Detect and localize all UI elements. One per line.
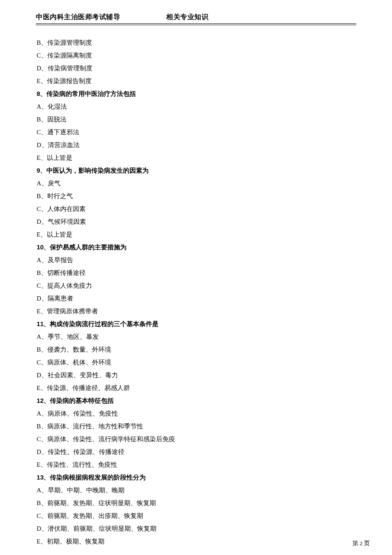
option-line: E、传染源报告制度 [37, 75, 356, 87]
option-line: E、初期、极期、恢复期 [37, 535, 356, 548]
content: B、传染源管理制度 C、传染源隔离制度 D、传染病管理制度 E、传染源报告制度 … [36, 36, 356, 548]
header-right: 相关专业知识 [166, 13, 208, 22]
option-line: A、病原体、传染性、免疫性 [37, 407, 356, 420]
option-line: C、病原体、传染性、流行病学特征和感染后免疫 [37, 433, 356, 445]
option-line: A、化湿法 [37, 100, 356, 113]
option-line: B、时行之气 [37, 190, 356, 202]
option-line: B、传染源管理制度 [37, 36, 356, 49]
option-line: B、前驱期、发热期、症状明显期、恢复期 [37, 497, 356, 509]
option-line: E、传染性、流行性、免疫性 [37, 458, 356, 471]
option-line: D、传染病管理制度 [37, 62, 356, 75]
option-line: C、人体内在因素 [37, 202, 356, 215]
option-line: B、切断传播途径 [37, 266, 356, 279]
option-line: C、传染源隔离制度 [37, 49, 356, 62]
option-line: A、及早报告 [37, 254, 356, 266]
question-stem: 12、传染病的基本特征包括 [37, 394, 356, 407]
question-stem: 10、保护易感人群的主要措施为 [37, 241, 356, 254]
option-line: B、固脱法 [37, 113, 356, 126]
option-line: D、清营凉血法 [37, 139, 356, 151]
option-line: D、潜伏期、前驱期、症状明显期、恢复期 [37, 522, 356, 535]
page-number: 第 2 页 [352, 540, 370, 547]
option-line: A、早期、中期、中晚期、晚期 [37, 484, 356, 497]
question-stem: 8、传染病的常用中医治疗方法包括 [37, 87, 356, 100]
option-line: A、季节、地区、暴发 [37, 330, 356, 343]
header-rule-1 [36, 23, 356, 24]
option-line: C、病原体、机体、外环境 [37, 356, 356, 369]
option-line: E、以上皆是 [37, 151, 356, 164]
option-line: C、通下逐邪法 [37, 126, 356, 139]
option-line: E、以上皆是 [37, 228, 356, 241]
header-rule-2 [36, 25, 356, 25]
option-line: A、戾气 [37, 177, 356, 190]
question-stem: 9、中医认为，影响传染病发生的因素为 [37, 164, 356, 177]
option-line: D、气候环境因素 [37, 215, 356, 228]
page: 中医内科主治医师考试辅导 相关专业知识 B、传染源管理制度 C、传染源隔离制度 … [0, 0, 392, 555]
page-header: 中医内科主治医师考试辅导 相关专业知识 [36, 13, 356, 23]
question-stem: 11、构成传染病流行过程的三个基本条件是 [37, 318, 356, 330]
option-line: C、前驱期、发热期、出疹期、恢复期 [37, 509, 356, 522]
option-line: D、社会因素、变异性、毒力 [37, 369, 356, 382]
option-line: B、侵袭力、数量、外环境 [37, 343, 356, 356]
option-line: E、传染源、传播途径、易感人群 [37, 382, 356, 394]
question-stem: 13、传染病根据病程发展的阶段性分为 [37, 471, 356, 484]
option-line: B、病原体、流行性、地方性和季节性 [37, 420, 356, 433]
option-line: D、传染性、传染源、传播途径 [37, 445, 356, 458]
option-line: C、提高人体免疫力 [37, 279, 356, 292]
header-left: 中医内科主治医师考试辅导 [36, 13, 166, 22]
option-line: E、管理病原体携带者 [37, 305, 356, 318]
option-line: D、隔离患者 [37, 292, 356, 305]
